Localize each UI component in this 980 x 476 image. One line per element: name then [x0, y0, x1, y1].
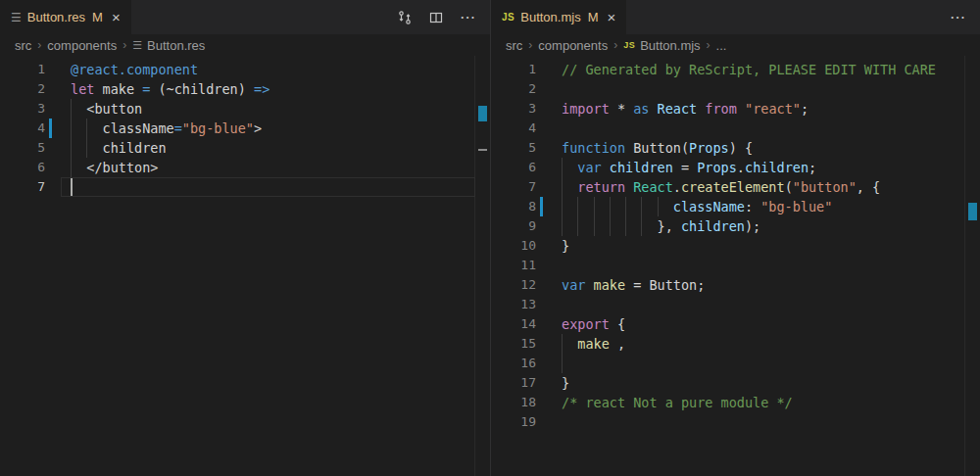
- breadcrumb-separator-icon: ›: [707, 38, 710, 52]
- breadcrumb-item[interactable]: ...: [716, 38, 727, 53]
- code-line[interactable]: 16: [491, 354, 980, 373]
- close-icon[interactable]: ×: [112, 10, 121, 24]
- code-line[interactable]: 11: [491, 256, 980, 275]
- line-number[interactable]: 18: [491, 393, 536, 412]
- code-line[interactable]: 2: [491, 79, 980, 99]
- line-number[interactable]: 7: [0, 177, 45, 197]
- code-line[interactable]: 7: [0, 177, 490, 197]
- tab-button-mjs[interactable]: JS Button.mjs M ×: [491, 0, 626, 34]
- code-line[interactable]: 1@react.component: [0, 60, 490, 79]
- code-text: @react.component: [71, 60, 490, 79]
- code-text: [562, 412, 980, 432]
- indent-guide: [658, 197, 659, 216]
- breadcrumb: src›components›JSButton.mjs›...: [491, 34, 980, 56]
- indent-guide: [610, 197, 611, 216]
- code-line[interactable]: 12var make = Button;: [491, 275, 980, 295]
- line-number[interactable]: 17: [491, 373, 536, 393]
- breadcrumb-item[interactable]: ☰Button.res: [132, 38, 205, 53]
- more-actions-icon[interactable]: ⋯: [950, 8, 966, 26]
- code-line[interactable]: 4: [491, 119, 980, 138]
- line-number[interactable]: 5: [491, 138, 536, 158]
- line-number[interactable]: 9: [491, 216, 536, 236]
- line-number[interactable]: 2: [0, 79, 45, 99]
- line-number[interactable]: 6: [491, 158, 536, 177]
- line-number[interactable]: 11: [491, 256, 536, 275]
- breadcrumb-item[interactable]: components: [538, 38, 608, 53]
- js-file-icon: JS: [623, 40, 635, 50]
- indent-guide: [562, 197, 563, 216]
- line-number[interactable]: 5: [0, 138, 45, 158]
- code-line[interactable]: 8 className: "bg-blue": [491, 197, 980, 216]
- line-number[interactable]: 8: [491, 197, 536, 216]
- overview-ruler-marker: [478, 149, 487, 151]
- code-text: /* react Not a pure module */: [562, 393, 980, 412]
- indent-guide: [594, 216, 595, 236]
- code-text: return React.createElement("button", {: [562, 177, 980, 197]
- line-number[interactable]: 7: [491, 177, 536, 197]
- code-line[interactable]: 3 <button: [0, 99, 490, 119]
- code-line[interactable]: 9 }, children);: [491, 216, 980, 236]
- code-line[interactable]: 17}: [491, 373, 980, 393]
- code-text: className="bg-blue">: [71, 119, 490, 138]
- more-actions-icon[interactable]: ⋯: [460, 8, 476, 26]
- code-line[interactable]: 10}: [491, 236, 980, 256]
- code-line[interactable]: 6 var children = Props.children;: [491, 158, 980, 177]
- code-line[interactable]: 18/* react Not a pure module */: [491, 393, 980, 412]
- split-editor-icon[interactable]: [428, 10, 444, 25]
- line-number[interactable]: 15: [491, 334, 536, 354]
- line-number[interactable]: 2: [491, 79, 536, 99]
- indent-guide: [562, 216, 563, 236]
- code-text: var children = Props.children;: [562, 158, 980, 177]
- code-text: export {: [562, 314, 980, 334]
- code-line[interactable]: 7 return React.createElement("button", {: [491, 177, 980, 197]
- code-text: <button: [71, 99, 490, 119]
- line-number[interactable]: 13: [491, 295, 536, 314]
- line-number[interactable]: 6: [0, 158, 45, 177]
- indent-guide: [610, 216, 611, 236]
- tab-button-res[interactable]: ☰ Button.res M ×: [0, 0, 131, 34]
- breadcrumb-item[interactable]: JSButton.mjs: [623, 38, 700, 53]
- code-text: }: [562, 373, 980, 393]
- indent-guide: [71, 99, 72, 119]
- code-line[interactable]: 3import * as React from "react";: [491, 99, 980, 119]
- code-line[interactable]: 15 make ,: [491, 334, 980, 354]
- line-number[interactable]: 19: [491, 412, 536, 432]
- open-changes-icon[interactable]: [397, 10, 413, 25]
- code-line[interactable]: 6 </button>: [0, 158, 490, 177]
- code-line[interactable]: 4 className="bg-blue">: [0, 119, 490, 138]
- close-icon[interactable]: ×: [608, 10, 616, 24]
- indent-guide: [594, 197, 595, 216]
- code-area: 1@react.component2let make = (~children)…: [0, 56, 490, 197]
- line-number[interactable]: 3: [0, 99, 45, 119]
- res-file-icon: ☰: [132, 39, 142, 52]
- code-line[interactable]: 5function Button(Props) {: [491, 138, 980, 158]
- line-number[interactable]: 4: [491, 119, 536, 138]
- tab-label: Button.mjs: [520, 10, 580, 24]
- code-line[interactable]: 19: [491, 412, 980, 432]
- code-line[interactable]: 13: [491, 295, 980, 314]
- code-line[interactable]: 1// Generated by ReScript, PLEASE EDIT W…: [491, 60, 980, 79]
- breadcrumb-item[interactable]: src: [506, 38, 522, 53]
- breadcrumb-separator-icon: ›: [613, 38, 617, 52]
- line-number[interactable]: 14: [491, 314, 536, 334]
- line-number[interactable]: 4: [0, 119, 45, 138]
- line-number[interactable]: 1: [0, 60, 45, 79]
- line-number[interactable]: 3: [491, 99, 536, 119]
- code-text: [562, 354, 980, 373]
- code-text: children: [71, 138, 490, 158]
- line-number[interactable]: 10: [491, 236, 536, 256]
- code-line[interactable]: 2let make = (~children) =>: [0, 79, 490, 99]
- indent-guide: [562, 158, 563, 177]
- breadcrumb-item[interactable]: components: [47, 38, 117, 53]
- breadcrumb-label: components: [538, 38, 608, 53]
- line-number[interactable]: 12: [491, 275, 536, 295]
- indent-guide: [562, 354, 563, 373]
- line-number[interactable]: 1: [491, 60, 536, 79]
- line-number[interactable]: 16: [491, 354, 536, 373]
- code-line[interactable]: 14export {: [491, 314, 980, 334]
- indent-guide: [71, 119, 72, 138]
- code-line[interactable]: 5 children: [0, 138, 490, 158]
- indent-guide: [625, 216, 626, 236]
- breadcrumb-item[interactable]: src: [15, 38, 31, 53]
- editor-actions: ⋯: [950, 0, 980, 34]
